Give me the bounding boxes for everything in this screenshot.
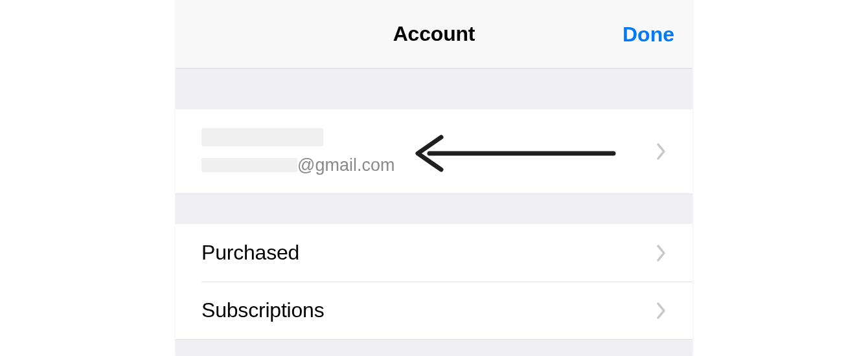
row-label: Purchased <box>201 241 299 265</box>
apple-id-cell[interactable]: @gmail.com <box>176 109 692 194</box>
account-email-line: @gmail.com <box>201 155 394 175</box>
done-button[interactable]: Done <box>622 22 674 46</box>
chevron-right-icon <box>656 244 667 262</box>
chevron-right-icon <box>656 302 667 320</box>
redacted-email-placeholder <box>201 158 297 172</box>
chevron-right-icon <box>656 142 667 161</box>
purchased-row[interactable]: Purchased <box>176 224 692 282</box>
account-settings-panel: Account Done @gmail.com Purchased <box>176 0 692 356</box>
section-spacer <box>176 339 692 356</box>
navigation-bar: Account Done <box>176 0 692 69</box>
page-title: Account <box>393 22 475 46</box>
email-domain-text: @gmail.com <box>297 155 394 175</box>
annotation-arrow-icon <box>411 131 619 176</box>
redacted-name-placeholder <box>201 128 323 146</box>
account-info: @gmail.com <box>201 128 394 175</box>
section-spacer <box>176 194 692 223</box>
row-label: Subscriptions <box>201 298 325 322</box>
section-spacer <box>176 69 692 109</box>
subscriptions-row[interactable]: Subscriptions <box>176 282 692 339</box>
purchases-group: Purchased Subscriptions <box>176 223 692 339</box>
